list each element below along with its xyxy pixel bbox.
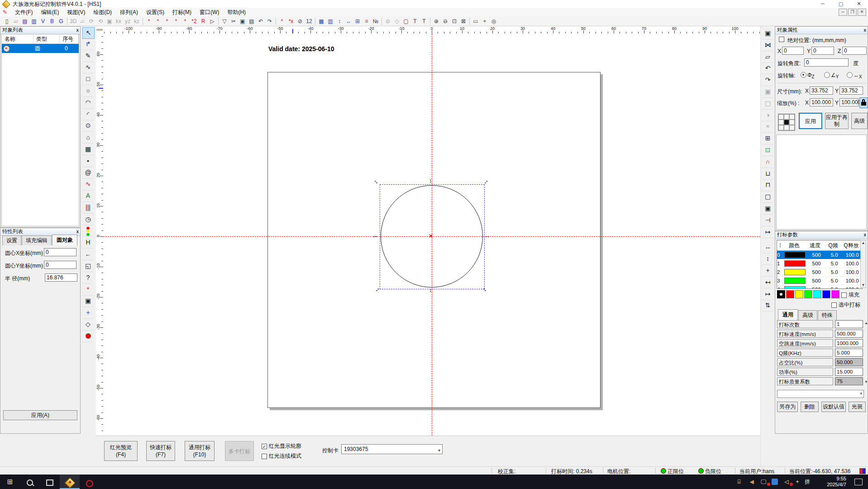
notification-icon[interactable]: [854, 479, 863, 485]
close-icon[interactable]: x: [76, 229, 79, 235]
hatch-icon[interactable]: ◇: [392, 17, 401, 25]
control-card-select[interactable]: 19303675 ▾: [341, 444, 443, 454]
selection-handle-e[interactable]: ↔: [484, 233, 490, 239]
save-as-button[interactable]: 另存为: [777, 402, 798, 412]
tab-special[interactable]: 特殊: [818, 310, 837, 320]
scale-x-input[interactable]: 100.000: [810, 98, 833, 106]
pos-y-input[interactable]: 0: [811, 47, 834, 55]
apply-button[interactable]: 应用: [799, 113, 822, 129]
io-input-tool[interactable]: H: [82, 237, 94, 249]
start-button[interactable]: ⊞: [0, 475, 20, 489]
param-value-input[interactable]: 75: [835, 377, 863, 385]
network-tray-icon[interactable]: 🖵: [758, 475, 769, 489]
mark-param-2-icon[interactable]: *: [153, 17, 162, 25]
zoom-fit-icon[interactable]: ⊠: [459, 17, 468, 25]
mdi-restore-button[interactable]: ❐: [848, 9, 857, 16]
rotate-angle-input[interactable]: 0: [804, 58, 849, 67]
node-edit-tool[interactable]: ↱: [82, 39, 94, 50]
rotate-right-tool[interactable]: ↷: [762, 75, 773, 86]
select-tool[interactable]: ↖: [82, 27, 95, 39]
close-icon[interactable]: x: [863, 232, 866, 238]
param-value-input[interactable]: 500.000: [835, 330, 863, 338]
apply-button[interactable]: 应用(A): [3, 410, 77, 420]
array-grid-icon[interactable]: ▦: [317, 17, 326, 25]
zoom-rect-icon[interactable]: ⊡: [450, 17, 459, 25]
apply-to-duplicate-button[interactable]: 应用于再 制: [825, 113, 849, 129]
mark-param-6-icon[interactable]: *2: [190, 17, 199, 25]
timer-tool[interactable]: ◷: [82, 214, 94, 225]
mark-100-icon[interactable]: *: [172, 17, 181, 25]
import-file-icon[interactable]: ▥: [29, 17, 38, 25]
tab-advanced[interactable]: 高级: [798, 310, 817, 320]
cut-icon[interactable]: ✂: [229, 17, 238, 25]
volume-tray-icon[interactable]: ◁: [781, 475, 792, 489]
param-preset-select[interactable]: ▾: [777, 390, 864, 398]
menu-item[interactable]: 视图(V): [63, 9, 89, 16]
import-vector-tool[interactable]: ←: [82, 249, 94, 260]
circle-point-tool[interactable]: ⊙: [82, 120, 94, 132]
color-bars-icon[interactable]: ≡: [362, 17, 371, 25]
close-icon[interactable]: x: [76, 27, 79, 33]
param-table-row[interactable]: 15005.0100.0: [777, 259, 862, 268]
point-tool[interactable]: ▪: [82, 156, 94, 167]
flip-horizontal-tool[interactable]: ⋈: [762, 40, 773, 51]
ellipse-tool[interactable]: ○: [82, 86, 94, 97]
renumber-icon[interactable]: 12: [305, 17, 314, 25]
laser-pointer-tool[interactable]: *: [82, 284, 94, 296]
search-button[interactable]: [20, 475, 40, 489]
horizontal-ruler[interactable]: -100-90-80-70-60-50-40-30-20-10010203040…: [103, 26, 760, 34]
object-list-row[interactable]: 圆 0: [2, 44, 79, 53]
param-table-row[interactable]: 35005.0100.0: [777, 277, 862, 285]
text-tool-icon[interactable]: T: [410, 17, 420, 25]
arc-tool[interactable]: ◠: [82, 97, 94, 109]
stretch-v-tool[interactable]: ↕: [762, 254, 773, 265]
set-default-button[interactable]: 设默认值: [821, 402, 846, 412]
camera-tool[interactable]: ▣: [82, 296, 94, 307]
speaker-tray-icon[interactable]: ◀: [746, 475, 758, 489]
page-icon[interactable]: ▭: [471, 17, 480, 25]
locate-tool[interactable]: +: [82, 307, 94, 319]
palette-color[interactable]: [795, 290, 803, 298]
group-tool[interactable]: ▣: [762, 86, 773, 98]
palette-color[interactable]: [813, 290, 821, 298]
palette-color[interactable]: [804, 290, 812, 298]
quad-icon[interactable]: ⊞: [353, 17, 362, 25]
taskbar-app-laser[interactable]: [60, 475, 80, 489]
param-value-input[interactable]: 50.000: [835, 358, 863, 366]
polygon-tool[interactable]: ⌂: [82, 132, 94, 144]
distribute-tool[interactable]: ⇅: [762, 300, 773, 312]
filter-icon[interactable]: ▽: [220, 17, 229, 25]
help-tool[interactable]: ?: [82, 273, 94, 284]
rotate-left-tool[interactable]: ↶: [762, 63, 773, 74]
close-icon[interactable]: x: [863, 27, 866, 33]
reset-view-icon[interactable]: ▣: [105, 17, 114, 25]
param-table-row[interactable]: 05005.0100.0: [777, 251, 862, 259]
red-light-continuous-checkbox[interactable]: [262, 454, 267, 459]
selection-center-mark[interactable]: ×: [429, 233, 433, 239]
copy-shape-tool[interactable]: ▣: [762, 203, 773, 215]
pos-z-input[interactable]: 0: [842, 47, 867, 55]
tab-fill-edit[interactable]: 填充编辑: [22, 235, 52, 245]
distribute-h-icon[interactable]: ↔: [344, 17, 353, 25]
mdi-close-button[interactable]: ✕: [858, 9, 866, 16]
transform-box-icon[interactable]: ▱: [78, 17, 87, 25]
zoom-in-icon[interactable]: ⊕: [432, 17, 441, 25]
axis-kx-icon[interactable]: kx: [114, 17, 123, 25]
stretch-h-tool[interactable]: ↔: [762, 242, 773, 253]
axis-z-radio[interactable]: ΦZ: [801, 72, 815, 79]
usb-tray-icon[interactable]: ⍓: [733, 475, 745, 489]
view-3d-icon[interactable]: 3D: [69, 17, 78, 25]
text-slant-icon[interactable]: T: [420, 17, 429, 25]
axis-y-radio[interactable]: ∠Y: [824, 72, 839, 79]
fill-checkbox[interactable]: [841, 292, 847, 298]
copy-icon[interactable]: ▣: [238, 17, 247, 25]
param-value-input[interactable]: 1000.000: [835, 339, 863, 347]
minimize-button[interactable]: ─: [814, 0, 832, 8]
mdi-minimize-button[interactable]: ─: [839, 9, 847, 16]
pan-icon[interactable]: +: [480, 17, 489, 25]
palette-color[interactable]: [786, 290, 794, 298]
window-shrink-tool[interactable]: ◱: [82, 261, 94, 272]
measure-tool[interactable]: ↦: [762, 227, 773, 238]
no-fill-icon[interactable]: ⊘: [383, 17, 392, 25]
intersect-tool[interactable]: ⊓: [762, 180, 773, 191]
